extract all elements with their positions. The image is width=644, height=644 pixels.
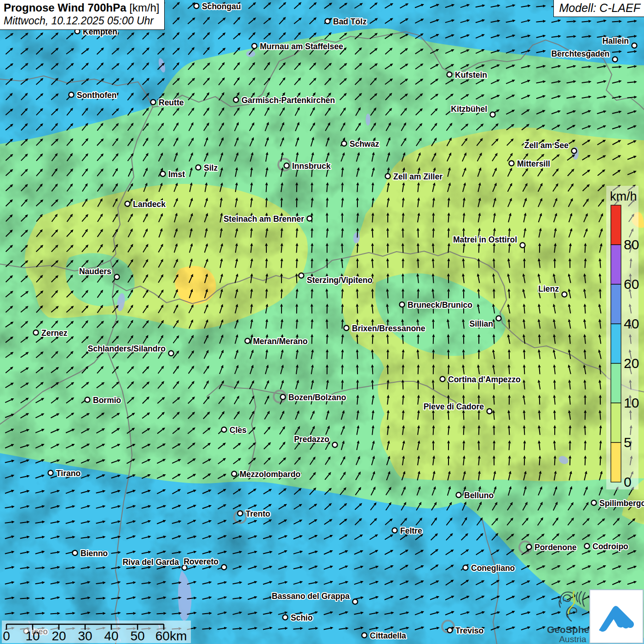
city-marker-dot <box>509 161 514 166</box>
city-label: Meran/Merano <box>253 337 308 346</box>
geosphere-contour-icon <box>558 591 588 623</box>
city-spilimbergo: Spilimbergo <box>592 499 644 508</box>
city-label: Kufstein <box>455 70 487 80</box>
city-cortina-d-ampezzo: Cortina d'Ampezzo <box>440 375 521 384</box>
city-label: Pieve di Cadore <box>424 402 484 411</box>
city-label: Mittersill <box>517 159 550 168</box>
legend-unit-label: km/h <box>610 190 637 203</box>
partner-logo-box <box>589 589 644 644</box>
city-label: Pordenone <box>535 543 577 552</box>
city-label: Feltre <box>400 526 422 535</box>
city-marker-dot <box>151 100 156 105</box>
city-marker-dot <box>48 471 53 476</box>
city-label: Schio <box>291 613 313 622</box>
city-marker-dot <box>125 201 130 207</box>
city-marker-dot <box>487 409 492 414</box>
city-marker-dot <box>572 149 577 154</box>
city-label: Cles <box>230 426 247 435</box>
city-bruneck-brunico: Bruneck/Brunico <box>400 300 473 310</box>
weather-map-screen: SchongauBad TölzKemptenMurnau am Staffel… <box>0 0 644 644</box>
city-marker-dot <box>283 615 288 620</box>
city-label: Lienz <box>538 284 559 293</box>
city-label: Reutte <box>159 98 184 107</box>
forecast-datetime: Mittwoch, 10.12.2025 05:00 Uhr <box>4 15 160 27</box>
city-label: Cittadella <box>370 631 406 640</box>
city-label: Bozen/Bolzano <box>288 393 346 402</box>
city-marker-dot <box>238 511 243 516</box>
city-marker-dot <box>632 43 637 48</box>
city-marker-dot <box>400 302 405 307</box>
legend-boundary-label: 10 <box>624 395 639 410</box>
city-label: Codroipo <box>592 542 628 551</box>
city-marker-dot <box>222 427 227 432</box>
legend-boundary-label: 60 <box>624 276 639 292</box>
city-marker-dot <box>194 4 199 9</box>
city-marker-dot <box>281 395 286 400</box>
city-label: Innsbruck <box>292 161 331 171</box>
city-meran-merano: Meran/Merano <box>245 337 308 346</box>
city-label: Landeck <box>133 200 166 209</box>
title-box: Prognose Wind 700hPa [km/h] Mittwoch, 10… <box>0 0 165 30</box>
city-label: Murnau am Staffelsee <box>260 42 343 51</box>
city-label: Conegliano <box>471 564 515 573</box>
city-marker-dot <box>245 339 250 344</box>
legend-boundary-label: 0 <box>624 474 632 489</box>
legend-boundary-label: 5 <box>624 435 632 450</box>
scalebar-label: 50 <box>130 629 144 643</box>
legend-boundary-label: 20 <box>624 356 639 371</box>
city-marker-dot <box>85 397 90 402</box>
lake-achensee <box>366 114 370 126</box>
city-murnau-am-staffelsee: Murnau am Staffelsee <box>252 42 344 51</box>
city-label: Zernez <box>41 328 68 338</box>
city-label: Schongau <box>202 2 241 11</box>
color-legend: km/h806040201050 <box>606 186 639 489</box>
city-zell-am-ziller: Zell am Ziller <box>385 172 443 181</box>
city-marker-dot <box>73 551 78 556</box>
city-marker-dot <box>69 92 74 98</box>
city-label: Schwaz <box>350 139 379 149</box>
city-marker-dot <box>333 443 338 448</box>
city-label: Bassano del Grappa <box>272 592 350 601</box>
city-marker-dot <box>456 493 461 498</box>
city-steinach-am-brenner: Steinach am Brenner <box>224 214 312 224</box>
city-label: Kitzbühel <box>451 104 487 114</box>
city-label: Sonthofen <box>77 91 117 100</box>
city-marker-dot <box>34 330 39 335</box>
city-marker-dot <box>527 545 532 550</box>
city-label: Garmisch-Partenkirchen <box>242 96 335 105</box>
legend-segment <box>611 284 621 324</box>
city-label: Spilimbergo <box>599 499 644 508</box>
legend-segment <box>611 205 621 245</box>
city-label: Bormio <box>93 396 121 405</box>
city-marker-dot <box>592 500 597 506</box>
city-label: Rovereto <box>184 557 218 566</box>
city-marker-dot <box>562 292 567 297</box>
legend-segment <box>611 363 621 403</box>
city-label: Cortina d'Ampezzo <box>448 375 521 384</box>
legend-segment <box>611 403 621 443</box>
city-label: Riva del Garda <box>122 558 179 567</box>
city-bozen-bolzano: Bozen/Bolzano <box>281 393 346 402</box>
city-marker-dot <box>169 351 174 356</box>
city-label: Mezzolombardo <box>240 470 300 479</box>
city-label: Predazzo <box>294 435 329 444</box>
legend-boundary-label: 40 <box>624 316 639 331</box>
city-label: Schlanders/Silandro <box>88 344 166 353</box>
city-label: Bienno <box>80 549 108 558</box>
city-label: Tirano <box>56 469 80 478</box>
city-label: Nauders <box>79 267 111 276</box>
city-label: Trento <box>246 509 270 518</box>
city-marker-dot <box>196 165 201 170</box>
city-label: Belluno <box>464 491 494 500</box>
mountain-cloud-icon <box>593 593 639 639</box>
city-marker-dot <box>284 163 289 168</box>
city-marker-dot <box>385 174 391 179</box>
city-marker-dot <box>234 98 239 103</box>
city-label: Sillian <box>469 319 493 328</box>
scalebar-label: 20 <box>52 629 66 643</box>
city-marker-dot <box>344 326 349 331</box>
city-label: Silz <box>204 163 218 172</box>
city-marker-dot <box>392 528 397 533</box>
city-label: Zell am Ziller <box>393 172 443 181</box>
city-marker-dot <box>161 172 166 177</box>
